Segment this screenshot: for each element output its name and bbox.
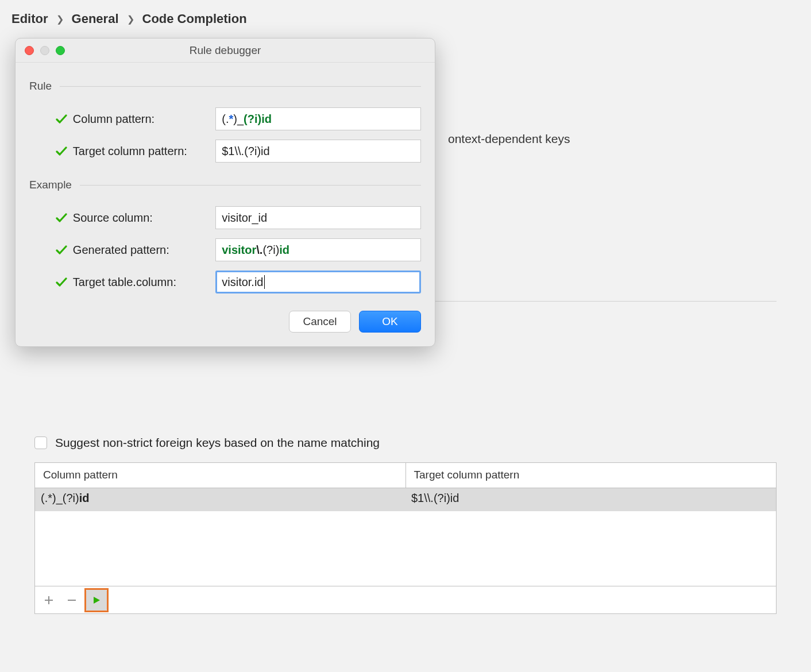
check-icon [56,212,68,223]
highlighted-button [84,588,109,612]
check-icon [56,276,68,288]
table-toolbar [35,586,776,613]
check-icon [56,113,68,125]
section-header-example: Example [29,179,421,191]
label-target-table: Target table.column: [73,276,215,289]
check-icon [56,244,68,256]
input-source-column[interactable]: visitor_id [215,206,421,229]
bg-text-fragment: ontext-dependent keys [448,132,777,146]
label-target-pattern: Target column pattern: [73,145,215,158]
dialog-button-row: Cancel OK [29,311,421,333]
rule-debugger-dialog: Rule debugger Rule Column pattern: (.*)_… [15,38,435,347]
crumb-general[interactable]: General [72,11,119,26]
input-target-table[interactable]: visitor.id [215,271,421,293]
checkbox-label: Suggest non-strict foreign keys based on… [55,436,380,450]
checkbox[interactable] [34,437,47,449]
window-close-icon[interactable] [25,46,34,55]
col-header-target-pattern[interactable]: Target column pattern [406,463,777,488]
col-header-column-pattern[interactable]: Column pattern [35,463,406,488]
add-button[interactable] [38,590,59,611]
window-minimize-icon [40,46,49,55]
chevron-right-icon: ❯ [56,14,64,25]
section-header-rule: Rule [29,80,421,92]
table-row[interactable]: (.*)_(?i)id $1\\.(?i)id [35,488,776,511]
window-zoom-icon[interactable] [56,46,65,55]
label-column-pattern: Column pattern: [73,113,215,126]
cancel-button[interactable]: Cancel [289,311,351,333]
check-icon [56,145,68,157]
dialog-title: Rule debugger [16,44,435,57]
cell-text: $1\\.(?i)id [411,492,459,504]
cell-text: (.*)_(?i) [41,492,79,504]
table-header: Column pattern Target column pattern [35,463,776,488]
table-empty-area [35,511,776,586]
checkbox-row-suggest[interactable]: Suggest non-strict foreign keys based on… [34,436,777,450]
input-generated-pattern[interactable]: visitor\.(?i)id [215,238,421,261]
cell-text: id [79,492,90,504]
play-button[interactable] [86,590,107,611]
ok-button[interactable]: OK [359,311,421,333]
input-column-pattern[interactable]: (.*)_(?i)id [215,107,421,130]
remove-button[interactable] [61,590,82,611]
crumb-code-completion[interactable]: Code Completion [142,11,247,26]
input-target-pattern[interactable]: $1\\.(?i)id [215,140,421,163]
chevron-right-icon: ❯ [127,14,134,25]
breadcrumb: Editor ❯ General ❯ Code Completion [0,0,811,26]
pattern-table: Column pattern Target column pattern (.*… [34,462,777,614]
crumb-editor[interactable]: Editor [11,11,48,26]
dialog-titlebar[interactable]: Rule debugger [16,38,435,63]
label-generated-pattern: Generated pattern: [73,244,215,257]
label-source-column: Source column: [73,211,215,225]
